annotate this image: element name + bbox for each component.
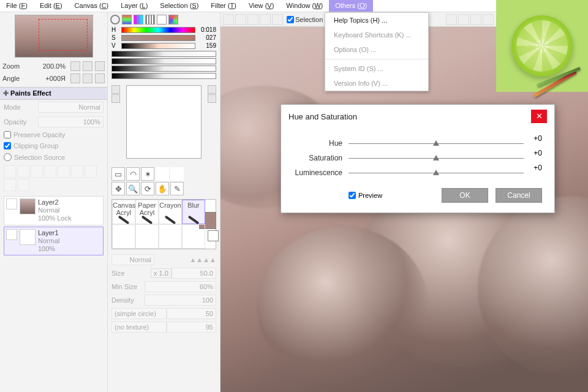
- menu-layer[interactable]: Layer (L): [115, 0, 154, 12]
- layer-item[interactable]: Layer2Normal100% Lock: [4, 196, 104, 225]
- menu-keyboard-shortcuts[interactable]: Keyboard Shortcuts (K) ...: [325, 28, 428, 42]
- menu-version-info[interactable]: Version Info (V) ...: [325, 76, 428, 91]
- transfer-down-icon[interactable]: [58, 165, 70, 178]
- sat-slider[interactable]: [121, 35, 195, 41]
- layer-visibility-icon[interactable]: [6, 198, 17, 209]
- zoom-out-button[interactable]: [70, 61, 80, 71]
- menu-filter[interactable]: Filter (T): [205, 0, 243, 12]
- rotate-left-button[interactable]: [458, 14, 469, 25]
- brush-paper-acryl[interactable]: Paper Acryl: [135, 200, 159, 224]
- hand-tool[interactable]: ✋: [156, 182, 169, 195]
- scratch-next-button[interactable]: [111, 94, 120, 103]
- brush-shape-select[interactable]: (simple circle): [111, 308, 167, 319]
- eyedropper-tool[interactable]: ✎: [170, 182, 184, 195]
- magic-wand-tool[interactable]: ✶: [141, 167, 154, 181]
- new-linework-icon[interactable]: [17, 165, 29, 178]
- menu-selection[interactable]: Selection (S): [154, 0, 205, 12]
- menu-others[interactable]: Others (O): [329, 0, 373, 12]
- selection-source-radio[interactable]: [4, 153, 12, 161]
- navigator-thumbnail[interactable]: [15, 15, 93, 58]
- mask-icon[interactable]: [44, 165, 56, 178]
- grey-slider-2[interactable]: [111, 58, 216, 64]
- ok-button[interactable]: OK: [442, 188, 488, 203]
- grey-slider-4[interactable]: [111, 73, 216, 79]
- zoom-tool[interactable]: 🔍: [126, 182, 140, 195]
- brush-shape-value[interactable]: 50: [167, 308, 216, 319]
- navigator-viewport[interactable]: [39, 19, 88, 51]
- scratch-down-button[interactable]: [208, 94, 216, 103]
- rotate-right-button[interactable]: [470, 14, 481, 25]
- delete-layer-icon[interactable]: [4, 179, 16, 191]
- move-tool[interactable]: ✥: [111, 182, 125, 195]
- val-slider[interactable]: [121, 43, 195, 49]
- color-swatches-icon[interactable]: [145, 15, 155, 24]
- show-sel-button[interactable]: [272, 14, 283, 25]
- new-set-icon[interactable]: [31, 165, 43, 178]
- min-size-value[interactable]: 60%: [145, 281, 216, 292]
- rotate-cw-button[interactable]: [83, 74, 92, 83]
- menu-help-topics[interactable]: Help Topics (H) ...: [325, 13, 428, 28]
- sat-param-slider[interactable]: [349, 158, 524, 159]
- brush-empty[interactable]: [159, 224, 182, 249]
- layer-item[interactable]: Layer1Normal100%: [4, 227, 104, 256]
- brush-edge-icons[interactable]: ▲▲▲▲: [189, 256, 216, 263]
- rect-select-tool[interactable]: ▭: [111, 167, 125, 181]
- opacity-value[interactable]: 100%: [38, 116, 104, 127]
- menu-window[interactable]: Window (W): [280, 0, 329, 12]
- deselect-button[interactable]: [247, 14, 258, 25]
- rotate-ccw-button[interactable]: [70, 74, 80, 83]
- menu-canvas[interactable]: Canvas (C): [69, 0, 115, 12]
- brush-texture-select[interactable]: (no texture): [111, 322, 167, 333]
- menu-file[interactable]: File (F): [0, 0, 34, 12]
- color-scratchpad-icon[interactable]: [157, 15, 167, 24]
- size-mult[interactable]: x 1.0: [151, 268, 172, 278]
- mode-select[interactable]: Normal: [38, 102, 104, 113]
- grey-slider-3[interactable]: [111, 66, 216, 72]
- brush-texture-value[interactable]: 95: [167, 322, 216, 333]
- menu-edit[interactable]: Edit (E): [34, 0, 69, 12]
- rotate-reset-button[interactable]: [95, 74, 105, 83]
- cancel-button[interactable]: Cancel: [496, 188, 542, 203]
- fit-button[interactable]: [446, 14, 457, 25]
- redo-button[interactable]: [235, 14, 246, 25]
- brush-crayon[interactable]: Crayon: [159, 200, 182, 224]
- scratchpad[interactable]: [126, 85, 202, 159]
- undo-button[interactable]: [223, 14, 234, 25]
- color-palette-icon[interactable]: [168, 15, 178, 24]
- color-mixer-icon[interactable]: [134, 15, 143, 24]
- clipping-group-checkbox[interactable]: [4, 142, 11, 149]
- scratch-prev-button[interactable]: [111, 85, 120, 94]
- reset-rotation-button[interactable]: [483, 14, 494, 25]
- layer-trash-icon[interactable]: [17, 179, 29, 191]
- grey-slider-1[interactable]: [111, 51, 216, 57]
- menu-system-id[interactable]: System ID (S) ...: [325, 61, 428, 76]
- rotate-tool[interactable]: ⟳: [141, 182, 154, 195]
- brush-canvas-acryl[interactable]: Canvas Acryl: [112, 200, 135, 224]
- hue-param-slider[interactable]: [349, 143, 524, 144]
- zoom-fit-button[interactable]: [95, 61, 105, 71]
- menu-view[interactable]: View (V): [243, 0, 280, 12]
- hue-slider[interactable]: [121, 27, 195, 33]
- brush-mode-select[interactable]: Normal: [111, 254, 154, 265]
- dialog-close-button[interactable]: ✕: [531, 110, 547, 123]
- density-value[interactable]: 100: [145, 295, 216, 306]
- new-layer-icon[interactable]: [4, 165, 16, 178]
- color-wheel-icon[interactable]: [110, 15, 120, 24]
- invert-sel-button[interactable]: [260, 14, 271, 25]
- preview-checkbox[interactable]: [349, 192, 356, 199]
- lum-param-slider[interactable]: [349, 173, 524, 173]
- merge-down-icon[interactable]: [71, 165, 83, 178]
- zoom-in-button[interactable]: [83, 61, 92, 71]
- layer-visibility-icon[interactable]: [6, 229, 17, 240]
- brush-empty[interactable]: [135, 224, 159, 249]
- size-value[interactable]: 50.0: [172, 268, 216, 279]
- brush-empty[interactable]: [182, 224, 205, 249]
- menu-options[interactable]: Options (O) ...: [325, 42, 428, 57]
- color-bars-icon[interactable]: [122, 15, 132, 24]
- clear-layer-icon[interactable]: [85, 165, 97, 178]
- brush-blur[interactable]: Blur: [182, 200, 205, 224]
- brush-empty[interactable]: [112, 224, 135, 249]
- lasso-tool[interactable]: ◠: [126, 167, 140, 181]
- preserve-opacity-checkbox[interactable]: [4, 131, 11, 138]
- scratch-up-button[interactable]: [208, 85, 216, 94]
